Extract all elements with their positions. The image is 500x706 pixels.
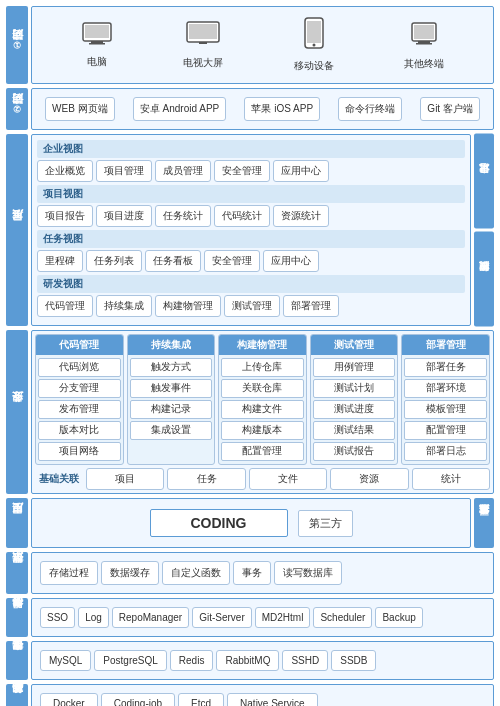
arch-row: 基础架构层 Docker Coding-job Etcd Native Serv… <box>6 684 494 706</box>
db-item-3: RabbitMQ <box>216 650 279 671</box>
artifact-item-2: 构建文件 <box>221 400 304 419</box>
business-col-ci: 持续集成 触发方式 触发事件 构建记录 集成设置 <box>127 334 216 465</box>
control-label: 权限控制 <box>474 232 494 327</box>
access1-row: 访问层① 电脑 <box>6 6 494 84</box>
db-item-1: PostgreSQL <box>94 650 166 671</box>
deploy-title: 部署管理 <box>402 335 489 355</box>
access2-cli: 命令行终端 <box>338 97 402 121</box>
db-item-2: Redis <box>170 650 214 671</box>
svg-rect-8 <box>307 21 321 43</box>
task-view: 任务视图 里程碑 任务列表 任务看板 安全管理 应用中心 <box>37 230 465 272</box>
code-item-2: 发布管理 <box>38 400 121 419</box>
enterprise-item-2: 成员管理 <box>155 160 211 182</box>
business-label: 业务层 <box>6 330 28 494</box>
rd-item-1: 持续集成 <box>96 295 152 317</box>
task-item-3: 安全管理 <box>204 250 260 272</box>
access1-label: 访问层① <box>6 6 28 84</box>
rd-item-0: 代码管理 <box>37 295 93 317</box>
project-item-2: 任务统计 <box>155 205 211 227</box>
relay-label: 基础关联 <box>35 470 83 488</box>
ci-item-3: 集成设置 <box>130 421 213 440</box>
business-col-artifact: 构建物管理 上传仓库 关联仓库 构建文件 构建版本 配置管理 <box>218 334 307 465</box>
test-item-0: 用例管理 <box>313 358 396 377</box>
test-item-3: 测试结果 <box>313 421 396 440</box>
micro-label: 微服务层 <box>6 598 28 637</box>
ci-item-1: 触发事件 <box>130 379 213 398</box>
relay-item-2: 文件 <box>249 468 327 490</box>
data-item-4: 读写数据库 <box>274 561 342 585</box>
micro-item-4: MD2Html <box>255 607 311 628</box>
business-col-code: 代码管理 代码浏览 分支管理 发布管理 版本对比 项目网络 <box>35 334 124 465</box>
arch-item-0: Docker <box>40 693 98 706</box>
device-mobile: 移动设备 <box>294 17 334 73</box>
data-row: 数据层 存储过程 数据缓存 自定义函数 事务 读写数据库 <box>6 552 494 594</box>
relay-item-4: 统计 <box>412 468 490 490</box>
micro-item-2: RepoManager <box>112 607 189 628</box>
business-row: 业务层 代码管理 代码浏览 分支管理 发布管理 版本对比 项目网络 持续集成 <box>6 330 494 494</box>
artifact-item-0: 上传仓库 <box>221 358 304 377</box>
db-label: 数据库层 <box>6 641 28 680</box>
task-item-2: 任务看板 <box>145 250 201 272</box>
deploy-item-3: 配置管理 <box>404 421 487 440</box>
coding-box: CODING <box>150 509 288 537</box>
presentation-label: 展示层 <box>6 134 28 326</box>
access1-content: 电脑 电视大屏 <box>31 6 494 84</box>
project-view: 项目视图 项目报告 项目进度 任务统计 代码统计 资源统计 <box>37 185 465 227</box>
project-item-3: 代码统计 <box>214 205 270 227</box>
device-mobile-label: 移动设备 <box>294 59 334 73</box>
arch-item-2: Etcd <box>178 693 224 706</box>
task-item-4: 应用中心 <box>263 250 319 272</box>
svg-rect-3 <box>89 43 105 45</box>
enterprise-item-3: 安全管理 <box>214 160 270 182</box>
business-col-test: 测试管理 用例管理 测试计划 测试进度 测试结果 测试报告 <box>310 334 399 465</box>
project-item-1: 项目进度 <box>96 205 152 227</box>
task-item-0: 里程碑 <box>37 250 83 272</box>
arch-label: 基础架构层 <box>6 684 28 706</box>
project-item-0: 项目报告 <box>37 205 93 227</box>
data-content: 存储过程 数据缓存 自定义函数 事务 读写数据库 <box>31 552 494 594</box>
app-label: 应用层 <box>6 498 28 548</box>
svg-rect-6 <box>199 42 207 44</box>
data-item-2: 自定义函数 <box>162 561 230 585</box>
device-tv-label: 电视大屏 <box>183 56 223 70</box>
ci-item-0: 触发方式 <box>130 358 213 377</box>
device-computer: 电脑 <box>81 21 113 69</box>
test-item-2: 测试进度 <box>313 400 396 419</box>
third-party: 第三方 <box>298 510 353 537</box>
code-mgmt-title: 代码管理 <box>36 335 123 355</box>
code-item-1: 分支管理 <box>38 379 121 398</box>
db-row: 数据库层 MySQL PostgreSQL Redis RabbitMQ SSH… <box>6 641 494 680</box>
micro-item-6: Backup <box>375 607 422 628</box>
device-other: 其他终端 <box>404 19 444 71</box>
db-item-5: SSDB <box>331 650 376 671</box>
svg-rect-5 <box>189 24 217 39</box>
svg-rect-1 <box>85 25 109 38</box>
deploy-item-2: 模板管理 <box>404 400 487 419</box>
business-content: 代码管理 代码浏览 分支管理 发布管理 版本对比 项目网络 持续集成 触发方式 … <box>31 330 494 494</box>
business-col-deploy: 部署管理 部署任务 部署环境 模板管理 配置管理 部署日志 <box>401 334 490 465</box>
enterprise-view-title: 企业视图 <box>37 140 465 158</box>
rd-item-3: 测试管理 <box>224 295 280 317</box>
relay-item-0: 项目 <box>86 468 164 490</box>
access2-row: 访问层② WEB 网页端 安卓 Android APP 苹果 iOS APP 命… <box>6 88 494 130</box>
data-item-0: 存储过程 <box>40 561 98 585</box>
arch-item-3: Native Service <box>227 693 317 706</box>
third-party-sys-label: 第三方系统对接 <box>474 498 494 548</box>
svg-rect-12 <box>418 41 430 43</box>
rd-item-2: 构建物管理 <box>155 295 221 317</box>
arch-content: Docker Coding-job Etcd Native Service <box>31 684 494 706</box>
device-computer-label: 电脑 <box>87 55 107 69</box>
log-label: 日志记录 <box>474 134 494 229</box>
ci-title: 持续集成 <box>128 335 215 355</box>
test-item-4: 测试报告 <box>313 442 396 461</box>
access2-label: 访问层② <box>6 88 28 130</box>
relay-item-1: 任务 <box>167 468 245 490</box>
test-title: 测试管理 <box>311 335 398 355</box>
rd-view: 研发视图 代码管理 持续集成 构建物管理 测试管理 部署管理 <box>37 275 465 317</box>
task-item-1: 任务列表 <box>86 250 142 272</box>
deploy-item-4: 部署日志 <box>404 442 487 461</box>
svg-rect-11 <box>414 25 434 39</box>
main-container: 访问层① 电脑 <box>0 0 500 706</box>
log-control-area: 日志记录 权限控制 <box>474 134 494 326</box>
relay-item-3: 资源 <box>330 468 408 490</box>
